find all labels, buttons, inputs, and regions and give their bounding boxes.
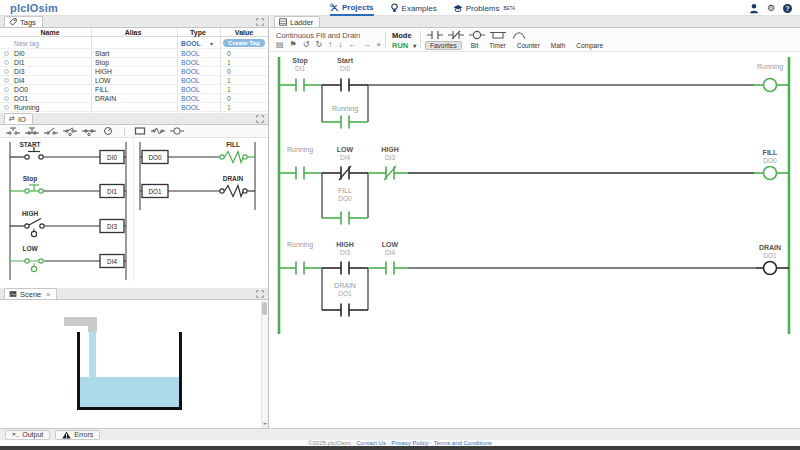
run-mode-dropdown[interactable]: RUN▾ bbox=[392, 41, 416, 50]
coil-instruction-icon[interactable] bbox=[469, 30, 485, 40]
tag-radio[interactable] bbox=[4, 87, 9, 92]
contact-low-nc[interactable]: LOW DI4 bbox=[337, 146, 354, 180]
tab-scene[interactable]: Scene × bbox=[4, 288, 57, 299]
no-contact-instruction-icon[interactable] bbox=[427, 30, 443, 40]
ladder-canvas[interactable]: Stop DI1 Start DI0 bbox=[270, 52, 800, 428]
move-down-icon[interactable]: ↓ bbox=[338, 40, 342, 50]
select-icon[interactable]: ▤ bbox=[276, 40, 284, 50]
tab-output[interactable]: >_ Output bbox=[5, 430, 50, 440]
app-logo[interactable]: plcIOsim bbox=[10, 2, 58, 14]
tag-row-running[interactable]: Running BOOL 1 bbox=[0, 103, 268, 112]
undo-icon[interactable]: ↺ bbox=[303, 40, 310, 50]
close-scene-icon[interactable]: × bbox=[46, 291, 50, 298]
output-box-icon[interactable] bbox=[134, 126, 146, 136]
tank-water bbox=[80, 377, 179, 407]
tag-value: 0 bbox=[227, 95, 231, 102]
move-up-icon[interactable]: ↑ bbox=[328, 40, 332, 50]
tag-row-di4[interactable]: DI4 LOW BOOL 1 bbox=[0, 76, 268, 85]
graduation-cap-icon bbox=[453, 4, 463, 13]
scene-scrollbar-down-button[interactable] bbox=[261, 420, 268, 428]
tag-row-di1[interactable]: DI1 Stop BOOL 1 bbox=[0, 58, 268, 67]
contact-fill-branch[interactable]: FILL DO0 bbox=[338, 187, 352, 225]
redo-icon[interactable]: ↻ bbox=[315, 40, 322, 50]
switch-no-icon[interactable] bbox=[63, 126, 77, 136]
create-tag-button[interactable]: Create Tag bbox=[223, 39, 265, 48]
nav-projects[interactable]: Projects bbox=[330, 0, 374, 16]
move-left-icon[interactable]: ← bbox=[348, 40, 356, 50]
svg-text:HIGH: HIGH bbox=[22, 210, 39, 217]
tag-radio[interactable] bbox=[4, 105, 9, 110]
tag-radio[interactable] bbox=[4, 96, 9, 101]
selector-switch-icon[interactable] bbox=[101, 126, 115, 136]
toggle-switch-icon[interactable] bbox=[44, 126, 58, 136]
svg-text:DRAIN: DRAIN bbox=[334, 282, 356, 289]
rung-arc-instruction-icon[interactable] bbox=[511, 30, 527, 40]
io-switch-high[interactable]: HIGH DI3 bbox=[10, 210, 126, 237]
tag-radio[interactable] bbox=[4, 51, 9, 56]
category-compare[interactable]: Compare bbox=[574, 42, 605, 49]
nav-problems[interactable]: Problems BETA bbox=[453, 0, 515, 16]
io-switch-start[interactable]: START DI0 bbox=[10, 141, 126, 164]
expand-scene-icon[interactable] bbox=[256, 290, 264, 298]
coil-drain[interactable]: DRAIN DO1 bbox=[756, 244, 789, 275]
coil-output-icon[interactable] bbox=[170, 126, 184, 136]
type-select-caret-icon[interactable]: ▾ bbox=[210, 40, 213, 47]
category-bit[interactable]: Bit bbox=[469, 42, 481, 49]
contact-running[interactable]: Running bbox=[287, 146, 313, 180]
pushbutton-no-icon[interactable] bbox=[6, 126, 20, 136]
contact-running-branch[interactable]: Running bbox=[332, 105, 358, 129]
io-switch-low[interactable]: LOW DI4 bbox=[10, 245, 126, 272]
tag-radio[interactable] bbox=[4, 60, 9, 65]
tag-radio[interactable] bbox=[4, 78, 9, 83]
help-icon[interactable]: ? bbox=[783, 4, 792, 13]
scene-scrollbar-thumb[interactable] bbox=[262, 302, 267, 315]
delete-icon[interactable]: × bbox=[376, 40, 381, 50]
nc-contact-instruction-icon[interactable] bbox=[448, 30, 464, 40]
tag-row-do1[interactable]: DO1 DRAIN BOOL 0 bbox=[0, 94, 268, 103]
errors-tab-label: Errors bbox=[74, 431, 93, 438]
io-switch-stop[interactable]: Stop DI1 bbox=[10, 175, 126, 198]
swap-arrows-icon: ⇄ bbox=[9, 115, 15, 123]
switch-nc-icon[interactable] bbox=[82, 126, 96, 136]
tab-ladder[interactable]: Ladder bbox=[274, 16, 320, 27]
expand-io-icon[interactable] bbox=[256, 115, 264, 123]
nav-examples[interactable]: Examples bbox=[390, 0, 437, 16]
tag-radio[interactable] bbox=[4, 69, 9, 74]
tab-io[interactable]: ⇄ IO bbox=[4, 113, 33, 124]
coil-running[interactable]: Running bbox=[754, 63, 789, 92]
category-math[interactable]: Math bbox=[549, 42, 567, 49]
tag-row-di3[interactable]: DI3 HIGH BOOL 0 bbox=[0, 67, 268, 76]
contact-low-no[interactable]: LOW DI4 bbox=[382, 241, 399, 275]
project-name[interactable]: Continuous Fill and Drain bbox=[276, 31, 360, 40]
contact-running[interactable]: Running bbox=[287, 241, 313, 275]
tab-errors[interactable]: Errors bbox=[55, 430, 100, 440]
new-tag-name-input[interactable]: New tag bbox=[14, 40, 39, 47]
svg-text:Running: Running bbox=[287, 241, 313, 249]
svg-text:DI1: DI1 bbox=[107, 188, 117, 195]
type-select[interactable]: BOOL bbox=[181, 40, 201, 47]
category-timer[interactable]: Timer bbox=[487, 42, 507, 49]
contact-high-nc[interactable]: HIGH DI3 bbox=[381, 146, 399, 180]
contact-drain-branch[interactable]: DRAIN DO1 bbox=[334, 282, 356, 317]
branch-instruction-icon[interactable] bbox=[490, 30, 506, 40]
category-favorites[interactable]: Favorites bbox=[425, 41, 462, 50]
expand-tags-icon[interactable] bbox=[256, 18, 264, 26]
settings-gear-icon[interactable]: ⚙ bbox=[767, 1, 775, 15]
tab-tags[interactable]: Tags bbox=[4, 16, 43, 27]
svg-text:DI4: DI4 bbox=[107, 258, 117, 265]
move-right-icon[interactable]: → bbox=[362, 40, 370, 50]
svg-text:FILL: FILL bbox=[763, 149, 778, 156]
contact-start[interactable]: Start DI0 bbox=[337, 57, 354, 92]
contact-high-no[interactable]: HIGH DI3 bbox=[336, 241, 354, 275]
scene-scrollbar[interactable] bbox=[261, 300, 268, 428]
user-icon[interactable] bbox=[749, 3, 759, 14]
contact-stop[interactable]: Stop DI1 bbox=[292, 57, 308, 92]
pushbutton-nc-icon[interactable] bbox=[25, 126, 39, 136]
tag-row-do0[interactable]: DO0 FILL BOOL 1 bbox=[0, 85, 268, 94]
lamp-icon[interactable] bbox=[151, 126, 165, 136]
tag-row-di0[interactable]: DI0 Start BOOL 0 bbox=[0, 49, 268, 58]
category-counter[interactable]: Counter bbox=[515, 42, 542, 49]
flag-icon[interactable]: ⚑ bbox=[290, 40, 297, 50]
svg-text:DI0: DI0 bbox=[340, 65, 351, 72]
coil-fill[interactable]: FILL DO0 bbox=[754, 149, 789, 180]
